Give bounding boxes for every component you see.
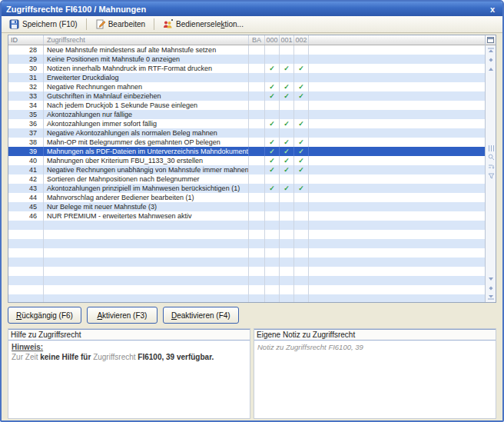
edit-button[interactable]: Bearbeiten [91, 17, 150, 32]
table-row[interactable]: 37Negative Akontozahlungen als normalen … [8, 128, 485, 138]
table-cell [249, 184, 265, 193]
scrollbar-track[interactable] [486, 45, 496, 302]
table-cell [44, 230, 249, 239]
table-cell [294, 294, 309, 302]
footer-buttons: Rückgängig (F6) Aktivieren (F3) Deaktivi… [8, 307, 496, 324]
table-cell [249, 156, 265, 165]
table-cell [44, 248, 249, 258]
table-cell: 33 [8, 91, 44, 101]
activate-button[interactable]: Aktivieren (F3) [87, 307, 158, 324]
table-cell: Nach jedem Druckjob 1 Sekunde Pause einl… [44, 101, 249, 110]
table-cell [265, 202, 280, 211]
table-cell: Negative Rechnungen mahnen [44, 82, 249, 91]
table-cell: Nur Belege mit neuer Mahnstufe (3) [44, 202, 249, 211]
table-row-empty[interactable] [8, 258, 485, 267]
table-cell [294, 248, 309, 258]
table-cell [249, 276, 265, 285]
table-cell: Akontozahlungen nur fällige [44, 110, 249, 119]
sort-icon[interactable] [486, 162, 496, 171]
title-bar[interactable]: Zugriffsrechte FI6100 / Mahnungen x [2, 2, 502, 16]
table-row[interactable]: 45Nur Belege mit neuer Mahnstufe (3) [8, 202, 485, 211]
table-cell: 28 [8, 45, 44, 55]
column-header-000[interactable]: 000 [265, 35, 280, 45]
table-cell [294, 193, 309, 202]
close-button[interactable]: x [487, 5, 498, 14]
table-row-empty[interactable] [8, 294, 485, 302]
save-button[interactable]: Speichern (F10) [5, 17, 82, 32]
column-header-ba[interactable]: BA [249, 35, 265, 45]
table-row-empty[interactable] [8, 285, 485, 294]
table-cell: Notizen innerhalb Mahndruck im RTF-Forma… [44, 64, 249, 73]
table-row[interactable]: 39Mahnungen als PDF-Dateien im Unterverz… [8, 147, 485, 156]
note-panel: Eigene Notiz zu Zugriffsrecht Notiz zu Z… [254, 328, 496, 419]
table-header-row[interactable]: ID Zugriffsrecht BA 000 001 002 [8, 35, 485, 45]
table-cell: ✓ [265, 82, 280, 91]
table-cell: ✓ [265, 138, 280, 147]
table-row-empty[interactable] [8, 239, 485, 248]
table-row-empty[interactable] [8, 267, 485, 276]
table-cell: Gutschriften in Mahnlauf einbeziehen [44, 91, 249, 101]
toolbar-separator [154, 18, 154, 30]
toolbar: Speichern (F10) Bearbeiten Bedienerselek… [2, 16, 502, 33]
column-header-001[interactable]: 001 [280, 35, 294, 45]
scroll-to-bottom-icon[interactable] [486, 293, 496, 301]
column-chooser-button[interactable] [486, 35, 496, 45]
table-cell [249, 193, 265, 202]
table-cell [249, 73, 265, 82]
column-header-002[interactable]: 002 [294, 35, 309, 45]
table-cell [249, 91, 265, 101]
table-row[interactable]: 30Notizen innerhalb Mahndruck im RTF-For… [8, 64, 485, 73]
table-cell [309, 184, 485, 193]
table-cell [280, 101, 294, 110]
scroll-page-down-icon[interactable] [486, 284, 496, 292]
table-row[interactable]: 41Negative Rechnungen unabhängig von Mah… [8, 165, 485, 174]
column-header-zugriffsrecht[interactable]: Zugriffsrecht [44, 35, 249, 45]
undo-button[interactable]: Rückgängig (F6) [8, 307, 81, 324]
user-selection-button[interactable]: Bedienerselektion... [158, 17, 248, 32]
column-header-filler [309, 35, 485, 45]
user-selection-button-label: Bedienerselektion... [176, 20, 244, 28]
column-width-icon[interactable] [486, 144, 496, 152]
table-cell [294, 276, 309, 285]
table-cell [8, 267, 44, 276]
table-row[interactable]: 31Erweiterter Druckdialog [8, 73, 485, 82]
table-cell [8, 230, 44, 239]
table-row[interactable]: 32Negative Rechnungen mahnen✓✓✓ [8, 82, 485, 91]
table-row[interactable]: 35Akontozahlungen nur fällige [8, 110, 485, 119]
scroll-to-top-icon[interactable] [486, 46, 496, 55]
table-cell [249, 138, 265, 147]
column-header-id[interactable]: ID [8, 35, 44, 45]
table-cell [8, 239, 44, 248]
table-cell: 29 [8, 55, 44, 64]
table-row-empty[interactable] [8, 230, 485, 239]
scroll-up-icon[interactable] [486, 65, 496, 73]
deactivate-button[interactable]: Deaktivieren (F4) [163, 307, 239, 324]
table-row[interactable]: 38Mahn-OP mit Belegnummer des gemahnten … [8, 138, 485, 147]
table-row[interactable]: 43Akontozahlungen prinzipiell im Mahnwes… [8, 184, 485, 193]
table-row-empty[interactable] [8, 221, 485, 230]
table-row[interactable]: 46NUR PREMIUM - erweitertes Mahnwesen ak… [8, 211, 485, 221]
table-cell [265, 174, 280, 184]
note-panel-body[interactable]: Notiz zu Zugriffsrecht FI6100, 39 [254, 341, 496, 418]
scroll-down-icon[interactable] [486, 274, 496, 283]
table-row[interactable]: 29Keine Positionen mit Mahnstufe 0 anzei… [8, 55, 485, 64]
table-row[interactable]: 40Mahnungen über Kriterium FBU_1133_30 e… [8, 156, 485, 165]
table-row-empty[interactable] [8, 248, 485, 258]
table-cell [8, 258, 44, 267]
table-cell [294, 211, 309, 221]
table-cell [249, 248, 265, 258]
table-row[interactable]: 44Mahnvorschlag anderer Bediener bearbei… [8, 193, 485, 202]
search-icon[interactable] [486, 153, 496, 161]
table-row[interactable]: 34Nach jedem Druckjob 1 Sekunde Pause ei… [8, 101, 485, 110]
table-cell [280, 248, 294, 258]
table-row[interactable]: 28Neue Mahnstufe mindestens auf alte Mah… [8, 45, 485, 55]
table-row-empty[interactable] [8, 276, 485, 285]
scroll-page-up-icon[interactable] [486, 55, 496, 64]
window-title: Zugriffsrechte FI6100 / Mahnungen [6, 5, 487, 14]
filter-icon[interactable] [486, 171, 496, 180]
table-row[interactable]: 36Akontozahlungen immer sofort fällig✓✓✓ [8, 119, 485, 128]
note-text: Notiz zu Zugriffsrecht FI6100, 39 [257, 342, 492, 352]
vertical-scrollbar[interactable] [485, 35, 496, 302]
table-row[interactable]: 33Gutschriften in Mahnlauf einbeziehen✓✓… [8, 91, 485, 101]
table-row[interactable]: 42Sortieren der Mahnpositionen nach Bele… [8, 174, 485, 184]
